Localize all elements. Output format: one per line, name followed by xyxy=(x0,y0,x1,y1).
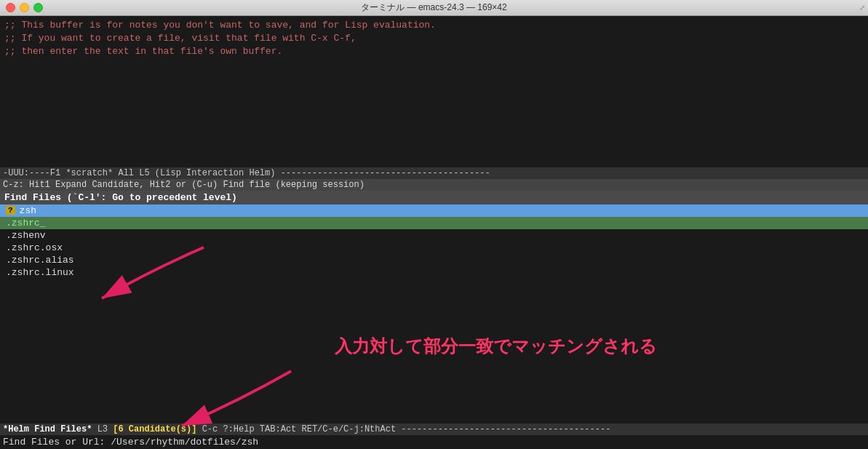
buffer-line-2: ;; If you want to create a file, visit t… xyxy=(4,32,864,45)
candidate-label-zshrcalias: .zshrc.alias xyxy=(6,255,74,266)
helm-candidate-zsh[interactable]: ? zsh xyxy=(0,204,868,217)
terminal-body: ;; This buffer is for notes you don't wa… xyxy=(0,16,868,449)
helm-header: Find Files (`C-l': Go to precedent level… xyxy=(0,191,868,204)
buffer-line-3: ;; then enter the text in that file's ow… xyxy=(4,45,864,58)
window-title: ターミナル — emacs-24.3 — 169×42 xyxy=(361,1,506,14)
candidate-label-zshrcosx: .zshrc.osx xyxy=(6,242,63,253)
helm-candidate-zshrcalias[interactable]: .zshrc.alias xyxy=(0,254,868,266)
minimize-button[interactable] xyxy=(20,3,29,12)
close-button[interactable] xyxy=(6,3,15,12)
helm-candidates-count: [6 Candidate(s)] xyxy=(113,424,196,434)
candidate-icon-zsh: ? xyxy=(6,206,15,215)
mode-line: -UUU:----F1 *scratch* All L5 (Lisp Inter… xyxy=(0,167,868,179)
helm-candidate-zshrc[interactable]: .zshrc_ xyxy=(0,217,868,229)
candidate-label-zshrc: .zshrc_ xyxy=(6,218,46,229)
helm-status-keys: C-c ?:Help TAB:Act RET/C-e/C-j:NthAct --… xyxy=(202,424,611,434)
helm-status-name: *Helm Find Files* xyxy=(3,424,92,434)
resize-icon: ⤢ xyxy=(859,4,865,12)
candidate-label-zshenv: .zshenv xyxy=(6,230,46,241)
buffer-spacer xyxy=(0,279,868,424)
maximize-button[interactable] xyxy=(33,3,43,12)
traffic-lights xyxy=(6,3,43,12)
helm-status-line: *Helm Find Files* L3 [6 Candidate(s)] C-… xyxy=(0,424,868,435)
candidate-label-zsh: zsh xyxy=(20,205,36,216)
titlebar: ターミナル — emacs-24.3 — 169×42 ⤢ xyxy=(0,0,868,16)
helm-input-line[interactable]: Find Files or Url: /Users/rhythm/dotfile… xyxy=(0,435,868,449)
hint-line: C-z: Hit1 Expand Candidate, Hit2 or (C-u… xyxy=(0,179,868,191)
helm-candidate-zshrcosx[interactable]: .zshrc.osx xyxy=(0,242,868,254)
helm-candidate-zshrclinux[interactable]: .zshrc.linux xyxy=(0,266,868,279)
candidate-label-zshrclinux: .zshrc.linux xyxy=(6,267,74,278)
emacs-buffer[interactable]: ;; This buffer is for notes you don't wa… xyxy=(0,16,868,167)
helm-candidate-zshenv[interactable]: .zshenv xyxy=(0,229,868,242)
buffer-line-1: ;; This buffer is for notes you don't wa… xyxy=(4,19,864,32)
helm-candidates: ? zsh .zshrc_ .zshenv .zshrc.osx .zshrc.… xyxy=(0,204,868,279)
helm-status-line-num: L3 xyxy=(97,424,114,434)
helm-input-text: Find Files or Url: /Users/rhythm/dotfile… xyxy=(3,437,258,448)
